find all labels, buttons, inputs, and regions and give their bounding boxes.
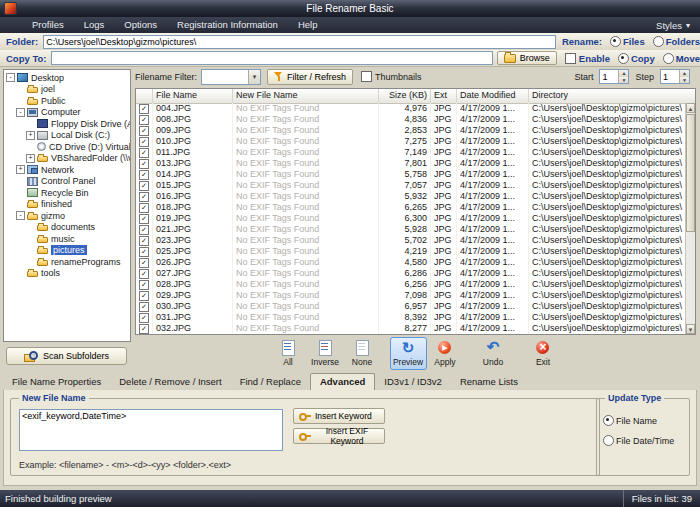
table-row[interactable]: 032.JPG No EXIF Tags Found 8,277 JPG 4/1… (136, 323, 685, 334)
tree-expander-icon[interactable]: - (16, 211, 25, 220)
scrollbar-thumb[interactable] (686, 114, 695, 232)
table-row[interactable]: 027.JPG No EXIF Tags Found 6,286 JPG 4/1… (136, 268, 685, 279)
table-row[interactable]: 009.JPG No EXIF Tags Found 2,853 JPG 4/1… (136, 125, 685, 136)
tree-item[interactable]: pictures (4, 245, 130, 257)
tab[interactable]: Find / Replace (231, 374, 310, 390)
scroll-down-icon[interactable]: ▼ (686, 324, 695, 334)
row-checkbox[interactable] (139, 137, 149, 147)
header-file-name[interactable]: File Name (153, 89, 233, 103)
copy-radio[interactable] (618, 53, 629, 64)
header-ext[interactable]: Ext (431, 89, 457, 103)
row-checkbox[interactable] (139, 258, 149, 268)
tree-item[interactable]: - Computer (4, 107, 130, 119)
tree-item[interactable]: music (4, 233, 130, 245)
spin-down-icon[interactable]: ▼ (619, 77, 628, 84)
action-button[interactable]: Undo (475, 337, 512, 370)
filename-filter-input[interactable] (202, 70, 248, 84)
combo-dropdown-icon[interactable]: ▾ (248, 70, 260, 84)
action-button[interactable]: Exit (525, 337, 562, 370)
row-checkbox[interactable] (139, 214, 149, 224)
rename-folders-radio[interactable] (653, 36, 664, 47)
styles-menu[interactable]: Styles ▾ (656, 20, 690, 31)
filter-refresh-button[interactable]: Filter / Refresh (267, 69, 353, 85)
row-checkbox[interactable] (139, 280, 149, 290)
tree-item[interactable]: renamePrograms (4, 256, 130, 268)
move-radio[interactable] (663, 53, 674, 64)
action-button[interactable]: Preview (390, 337, 427, 370)
row-checkbox[interactable] (139, 302, 149, 312)
copy-to-input[interactable] (51, 51, 492, 65)
tree-expander-icon[interactable]: - (16, 108, 25, 117)
row-checkbox[interactable] (139, 247, 149, 257)
header-checkbox-column[interactable] (136, 89, 153, 103)
filename-filter-combo[interactable]: ▾ (201, 69, 261, 85)
insert-exif-keyword-button[interactable]: Insert EXIF Keyword (293, 428, 385, 444)
table-row[interactable]: 018.JPG No EXIF Tags Found 6,265 JPG 4/1… (136, 202, 685, 213)
table-row[interactable]: 016.JPG No EXIF Tags Found 5,932 JPG 4/1… (136, 191, 685, 202)
start-input[interactable] (600, 70, 618, 83)
table-row[interactable]: 010.JPG No EXIF Tags Found 7,275 JPG 4/1… (136, 136, 685, 147)
menu-item[interactable]: Help (288, 17, 328, 33)
row-checkbox[interactable] (139, 236, 149, 246)
tree-item[interactable]: CD Drive (D:) VirtualBox Guest (4, 141, 130, 153)
table-row[interactable]: 004.JPG No EXIF Tags Found 4,976 JPG 4/1… (136, 103, 685, 114)
row-checkbox[interactable] (139, 203, 149, 213)
table-row[interactable]: 029.JPG No EXIF Tags Found 7,098 JPG 4/1… (136, 290, 685, 301)
tree-item[interactable]: - gizmo (4, 210, 130, 222)
row-checkbox[interactable] (139, 104, 149, 114)
row-checkbox[interactable] (139, 291, 149, 301)
row-checkbox[interactable] (139, 148, 149, 158)
menu-item[interactable]: Registration Information (167, 17, 288, 33)
table-row[interactable]: 011.JPG No EXIF Tags Found 7,149 JPG 4/1… (136, 147, 685, 158)
tab[interactable]: Advanced (310, 373, 375, 391)
table-row[interactable]: 023.JPG No EXIF Tags Found 5,702 JPG 4/1… (136, 235, 685, 246)
row-checkbox[interactable] (139, 170, 149, 180)
row-checkbox[interactable] (139, 126, 149, 136)
step-stepper[interactable]: ▲▼ (660, 69, 690, 84)
action-button[interactable]: Inverse (307, 337, 344, 370)
table-row[interactable]: 026.JPG No EXIF Tags Found 4,580 JPG 4/1… (136, 257, 685, 268)
tree-expander-icon[interactable]: + (26, 131, 35, 140)
scan-subfolders-button[interactable]: Scan Subfolders (6, 347, 127, 365)
tree-item[interactable]: Recycle Bin (4, 187, 130, 199)
header-directory[interactable]: Directory (529, 89, 695, 103)
tab[interactable]: ID3v1 / ID3v2 (375, 374, 451, 390)
tree-item[interactable]: Floppy Disk Drive (A:) (4, 118, 130, 130)
table-row[interactable]: 031.JPG No EXIF Tags Found 8,392 JPG 4/1… (136, 312, 685, 323)
row-checkbox[interactable] (139, 269, 149, 279)
tree-expander-icon[interactable]: + (16, 165, 25, 174)
tab[interactable]: File Name Properties (3, 374, 110, 390)
header-new-file-name[interactable]: New File Name (233, 89, 379, 103)
table-row[interactable]: 014.JPG No EXIF Tags Found 5,758 JPG 4/1… (136, 169, 685, 180)
thumbnails-checkbox[interactable] (361, 71, 372, 82)
scroll-up-icon[interactable]: ▲ (686, 103, 695, 113)
menu-item[interactable]: Logs (74, 17, 115, 33)
vertical-scrollbar[interactable]: ▲ ▼ (685, 103, 695, 334)
table-row[interactable]: 025.JPG No EXIF Tags Found 4,219 JPG 4/1… (136, 246, 685, 257)
enable-checkbox[interactable] (565, 53, 576, 64)
start-spin-buttons[interactable]: ▲▼ (618, 70, 628, 83)
new-file-name-pattern-input[interactable]: <exif_keyword,DateTime> (19, 409, 283, 451)
header-date-modified[interactable]: Date Modified (457, 89, 529, 103)
tree-item[interactable]: + Local Disk (C:) (4, 130, 130, 142)
table-row[interactable]: 008.JPG No EXIF Tags Found 4,836 JPG 4/1… (136, 114, 685, 125)
tree-item[interactable]: + VBSharedFolder (\\vboxsvr) ( (4, 153, 130, 165)
table-row[interactable]: 013.JPG No EXIF Tags Found 7,801 JPG 4/1… (136, 158, 685, 169)
table-row[interactable]: 019.JPG No EXIF Tags Found 6,300 JPG 4/1… (136, 213, 685, 224)
row-checkbox[interactable] (139, 115, 149, 125)
tree-item[interactable]: - Desktop (4, 72, 130, 84)
menu-item[interactable]: Profiles (22, 17, 74, 33)
row-checkbox[interactable] (139, 324, 149, 334)
action-button[interactable]: None (344, 337, 381, 370)
table-row[interactable]: 028.JPG No EXIF Tags Found 6,256 JPG 4/1… (136, 279, 685, 290)
step-input[interactable] (661, 70, 679, 83)
tree-item[interactable]: + Network (4, 164, 130, 176)
tab[interactable]: Delete / Remove / Insert (110, 374, 230, 390)
tree-item[interactable]: joel (4, 84, 130, 96)
tree-expander-icon[interactable]: + (26, 154, 35, 163)
folder-path-input[interactable] (43, 35, 556, 49)
menu-item[interactable]: Options (114, 17, 167, 33)
action-button[interactable]: All (270, 337, 307, 370)
table-row[interactable]: 015.JPG No EXIF Tags Found 7,057 JPG 4/1… (136, 180, 685, 191)
table-row[interactable]: 021.JPG No EXIF Tags Found 5,928 JPG 4/1… (136, 224, 685, 235)
